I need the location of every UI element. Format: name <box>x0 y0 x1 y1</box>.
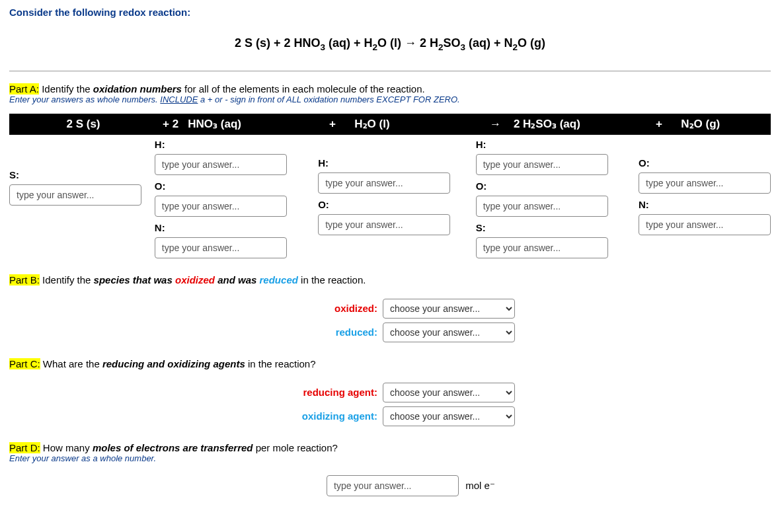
reduced-select[interactable]: choose your answer... <box>383 323 515 342</box>
label-O3: O: <box>476 180 639 192</box>
label-S: S: <box>9 169 155 180</box>
s-s-input[interactable] <box>9 184 141 206</box>
h2so3-s-input[interactable] <box>476 237 608 258</box>
label-H3: H: <box>476 139 639 150</box>
partA-label: Part A: <box>9 83 39 95</box>
hno3-h-input[interactable] <box>155 154 287 175</box>
bar-col-3: + H₂O (l) <box>324 117 485 131</box>
oxidized-label: oxidized: <box>9 303 377 314</box>
hno3-o-input[interactable] <box>155 196 287 217</box>
unit-label: mol e⁻ <box>465 480 495 491</box>
n2o-n-input[interactable] <box>639 214 771 235</box>
label-S2: S: <box>476 222 639 233</box>
hno3-n-input[interactable] <box>155 237 287 258</box>
divider <box>9 71 771 71</box>
partA-heading: Part A: Identify the oxidation numbers f… <box>9 83 771 95</box>
electrons-input[interactable] <box>327 475 459 496</box>
h2so3-o-input[interactable] <box>476 196 608 217</box>
label-H2: H: <box>318 157 475 169</box>
partD-label: Part D: <box>9 442 40 453</box>
partC-heading: Part C: What are the reducing and oxidiz… <box>9 358 771 369</box>
bar-col-5: + N₂O (g) <box>650 117 771 131</box>
partD-hint: Enter your answer as a whole number. <box>9 453 771 463</box>
partD-heading: Part D: How many moles of electrons are … <box>9 442 771 453</box>
partC-label: Part C: <box>9 358 40 369</box>
bar-col-1: 2 S (s) <box>9 118 157 131</box>
h2so3-h-input[interactable] <box>476 154 608 175</box>
partB-label: Part B: <box>9 274 40 285</box>
reduced-label: reduced: <box>9 326 377 338</box>
bar-col-4: → 2 H₂SO₃ (aq) <box>485 117 650 131</box>
reaction-equation: 2 S (s) + 2 HNO3 (aq) + H2O (l) → 2 H2SO… <box>9 36 771 52</box>
oxidizing-agent-label: oxidizing agent: <box>9 410 377 422</box>
reducing-agent-label: reducing agent: <box>9 387 377 398</box>
n2o-o-input[interactable] <box>639 172 771 194</box>
partA-inputs: S: H: O: N: H: O: H: O: S: O: N: <box>9 137 771 258</box>
h2o-o-input[interactable] <box>318 214 450 235</box>
bar-col-2: + 2 HNO₃ (aq) <box>157 117 324 131</box>
label-H: H: <box>155 139 318 150</box>
page-title: Consider the following redox reaction: <box>9 7 771 18</box>
label-O4: O: <box>639 157 771 169</box>
label-N: N: <box>155 222 318 233</box>
oxidized-select[interactable]: choose your answer... <box>383 299 515 319</box>
reaction-header-bar: 2 S (s) + 2 HNO₃ (aq) + H₂O (l) → 2 H₂SO… <box>9 114 771 135</box>
label-O: O: <box>155 180 318 192</box>
label-O2: O: <box>318 199 475 210</box>
partA-hint: Enter your answers as whole numbers. INC… <box>9 95 771 104</box>
h2o-h-input[interactable] <box>318 172 450 194</box>
partB-heading: Part B: Identify the species that was ox… <box>9 274 771 285</box>
label-N2: N: <box>639 199 771 210</box>
oxidizing-agent-select[interactable]: choose your answer... <box>383 406 515 426</box>
reducing-agent-select[interactable]: choose your answer... <box>383 383 515 402</box>
